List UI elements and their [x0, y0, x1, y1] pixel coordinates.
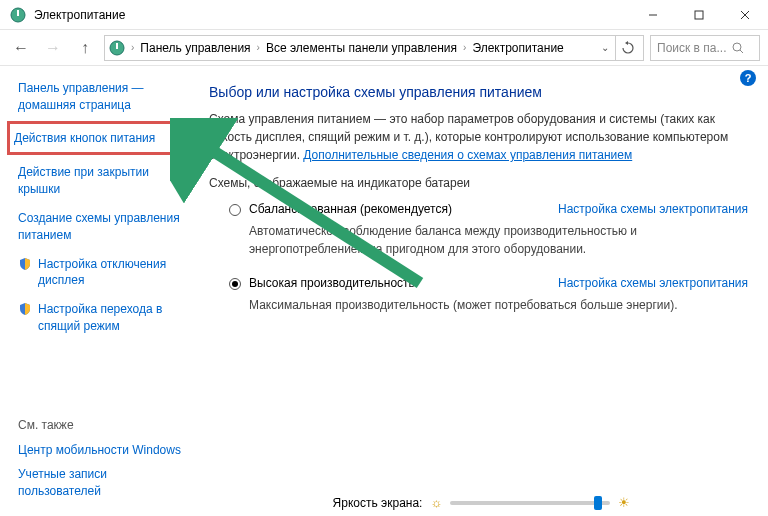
svg-point-8 [733, 43, 741, 51]
shield-icon [18, 257, 32, 271]
titlebar: Электропитание [0, 0, 768, 30]
page-heading: Выбор или настройка схемы управления пит… [209, 84, 748, 100]
plan-settings-link[interactable]: Настройка схемы электропитания [558, 276, 748, 290]
back-button[interactable]: ← [8, 35, 34, 61]
plan-description: Максимальная производительность (может п… [209, 296, 748, 314]
shield-icon [18, 302, 32, 316]
power-plan-balanced[interactable]: Сбалансированная (рекомендуется) Настрой… [209, 202, 748, 216]
see-also-label: См. также [18, 418, 187, 432]
sidebar-link-sleep[interactable]: Настройка перехода в спящий режим [18, 301, 187, 335]
sidebar-link-create-plan[interactable]: Создание схемы управления питанием [18, 210, 187, 244]
sidebar-link-power-buttons[interactable]: Действия кнопок питания [10, 124, 191, 153]
brightness-control: Яркость экрана: ☼ ☀ [195, 495, 768, 510]
chevron-right-icon: › [463, 42, 466, 53]
window-controls [630, 0, 768, 30]
svg-rect-1 [17, 10, 19, 16]
chevron-right-icon: › [257, 42, 260, 53]
slider-thumb[interactable] [594, 496, 602, 510]
forward-button[interactable]: → [40, 35, 66, 61]
plan-name: Высокая производительность [249, 276, 558, 290]
breadcrumb-item[interactable]: Все элементы панели управления [266, 41, 457, 55]
sun-dim-icon: ☼ [430, 495, 442, 510]
radio-button[interactable] [229, 204, 241, 216]
svg-line-9 [740, 50, 743, 53]
radio-button[interactable] [229, 278, 241, 290]
navbar: ← → ↑ › Панель управления › Все элементы… [0, 30, 768, 66]
up-button[interactable]: ↑ [72, 35, 98, 61]
breadcrumb[interactable]: › Панель управления › Все элементы панел… [104, 35, 644, 61]
window-title: Электропитание [34, 8, 630, 22]
main-content: Выбор или настройка схемы управления пит… [195, 66, 768, 516]
search-input[interactable]: Поиск в па... [650, 35, 760, 61]
svg-rect-3 [695, 11, 703, 19]
see-also-user-accounts[interactable]: Учетные записи пользователей [18, 466, 187, 500]
power-plan-high-performance[interactable]: Высокая производительность Настройка схе… [209, 276, 748, 290]
sidebar-link-display-off[interactable]: Настройка отключения дисплея [18, 256, 187, 290]
plan-description: Автоматическое соблюдение баланса между … [209, 222, 748, 258]
maximize-button[interactable] [676, 0, 722, 30]
sidebar: Панель управления — домашняя страница Де… [0, 66, 195, 516]
brightness-label: Яркость экрана: [333, 496, 423, 510]
control-panel-home-link[interactable]: Панель управления — домашняя страница [18, 80, 187, 114]
refresh-button[interactable] [615, 36, 639, 60]
plans-section-label: Схемы, отображаемые на индикаторе батаре… [209, 176, 748, 190]
power-options-icon [109, 40, 125, 56]
chevron-down-icon[interactable]: ⌄ [601, 42, 609, 53]
sun-bright-icon: ☀ [618, 495, 630, 510]
breadcrumb-item[interactable]: Электропитание [472, 41, 563, 55]
page-description: Схема управления питанием — это набор па… [209, 110, 748, 164]
search-icon [732, 42, 744, 54]
plan-settings-link[interactable]: Настройка схемы электропитания [558, 202, 748, 216]
learn-more-link[interactable]: Дополнительные сведения о схемах управле… [303, 148, 632, 162]
brightness-slider[interactable] [450, 501, 610, 505]
breadcrumb-item[interactable]: Панель управления [140, 41, 250, 55]
close-button[interactable] [722, 0, 768, 30]
minimize-button[interactable] [630, 0, 676, 30]
chevron-right-icon: › [131, 42, 134, 53]
svg-rect-7 [116, 43, 118, 49]
search-placeholder: Поиск в па... [657, 41, 726, 55]
power-options-icon [10, 7, 26, 23]
sidebar-link-lid-close[interactable]: Действие при закрытии крышки [18, 164, 187, 198]
plan-name: Сбалансированная (рекомендуется) [249, 202, 558, 216]
see-also-mobility-center[interactable]: Центр мобильности Windows [18, 442, 187, 459]
